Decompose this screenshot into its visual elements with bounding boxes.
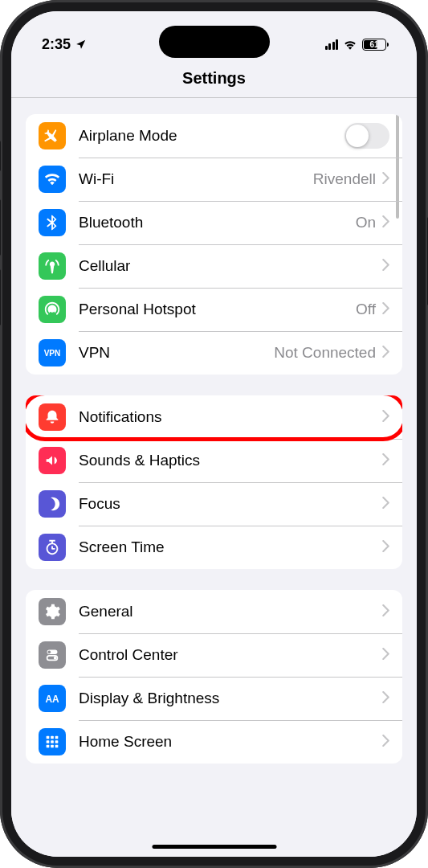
svg-rect-12 xyxy=(47,745,50,748)
screentime-icon xyxy=(39,534,66,561)
row-label: Display & Brightness xyxy=(79,690,382,707)
notifications-icon xyxy=(39,403,66,431)
row-label: Personal Hotspot xyxy=(79,301,356,318)
home-indicator[interactable] xyxy=(152,845,276,849)
cellular-signal-icon xyxy=(325,39,339,50)
row-label: VPN xyxy=(79,344,274,362)
settings-row-screentime[interactable]: Screen Time xyxy=(26,526,402,569)
settings-section: NotificationsSounds & HapticsFocusScreen… xyxy=(26,395,402,569)
settings-row-display[interactable]: AADisplay & Brightness xyxy=(26,677,402,720)
page-title: Settings xyxy=(11,69,417,88)
airplane-icon xyxy=(39,122,66,149)
settings-section: Airplane ModeWi-FiRivendellBluetoothOnCe… xyxy=(26,114,402,375)
chevron-right-icon xyxy=(382,302,389,317)
header: Settings xyxy=(11,61,417,98)
row-label: Cellular xyxy=(79,257,382,275)
location-icon xyxy=(75,39,87,50)
general-icon xyxy=(39,598,66,625)
svg-rect-14 xyxy=(55,745,59,748)
row-value: Off xyxy=(356,301,376,318)
chevron-right-icon xyxy=(382,735,389,750)
svg-rect-6 xyxy=(47,736,50,739)
chevron-right-icon xyxy=(382,259,389,274)
svg-rect-13 xyxy=(51,745,54,748)
vpn-icon: VPN xyxy=(39,339,66,366)
toggle-switch[interactable] xyxy=(344,123,389,149)
settings-row-airplane[interactable]: Airplane Mode xyxy=(26,114,402,158)
dynamic-island xyxy=(159,26,270,58)
controlcenter-icon xyxy=(39,641,66,669)
row-value: On xyxy=(356,214,376,231)
chevron-right-icon xyxy=(382,215,389,231)
chevron-right-icon xyxy=(382,172,389,187)
svg-rect-11 xyxy=(55,740,59,743)
svg-text:VPN: VPN xyxy=(44,349,61,358)
settings-row-controlcenter[interactable]: Control Center xyxy=(26,633,402,677)
svg-point-3 xyxy=(48,651,51,654)
row-label: Focus xyxy=(79,495,382,513)
row-label: Bluetooth xyxy=(79,214,356,231)
svg-rect-9 xyxy=(47,740,50,743)
row-label: Notifications xyxy=(79,408,382,426)
settings-row-homescreen[interactable]: Home Screen xyxy=(26,720,402,764)
chevron-right-icon xyxy=(382,453,389,469)
settings-content[interactable]: Airplane ModeWi-FiRivendellBluetoothOnCe… xyxy=(11,98,417,857)
wifi-signal-icon xyxy=(343,39,357,50)
row-label: Wi-Fi xyxy=(79,170,313,188)
chevron-right-icon xyxy=(382,691,389,706)
settings-row-bluetooth[interactable]: BluetoothOn xyxy=(26,201,402,244)
svg-rect-8 xyxy=(55,736,59,739)
battery-icon: 61 xyxy=(362,39,386,51)
wifi-icon xyxy=(39,166,66,193)
cellular-icon xyxy=(39,252,66,280)
row-label: Home Screen xyxy=(79,733,382,751)
settings-row-wifi[interactable]: Wi-FiRivendell xyxy=(26,158,402,201)
phone-screen: 2:35 61 Settings Airplane ModeWi-FiRiven… xyxy=(11,11,417,857)
row-label: Airplane Mode xyxy=(79,127,344,145)
chevron-right-icon xyxy=(382,346,389,361)
settings-row-vpn[interactable]: VPNVPNNot Connected xyxy=(26,331,402,375)
bluetooth-icon xyxy=(39,209,66,236)
display-icon: AA xyxy=(39,685,66,712)
hotspot-icon xyxy=(39,296,66,323)
svg-rect-7 xyxy=(51,736,54,739)
chevron-right-icon xyxy=(382,604,389,620)
settings-row-hotspot[interactable]: Personal HotspotOff xyxy=(26,288,402,331)
settings-row-cellular[interactable]: Cellular xyxy=(26,244,402,288)
row-value: Not Connected xyxy=(274,344,376,362)
homescreen-icon xyxy=(39,728,66,755)
settings-row-general[interactable]: General xyxy=(26,590,402,633)
chevron-right-icon xyxy=(382,648,389,663)
svg-text:AA: AA xyxy=(45,694,59,705)
status-time: 2:35 xyxy=(42,36,71,53)
row-value: Rivendell xyxy=(313,170,376,188)
chevron-right-icon xyxy=(382,410,389,425)
svg-point-4 xyxy=(54,657,57,660)
svg-rect-10 xyxy=(51,740,54,743)
settings-row-notifications[interactable]: Notifications xyxy=(26,395,402,439)
chevron-right-icon xyxy=(382,540,389,555)
settings-row-focus[interactable]: Focus xyxy=(26,482,402,526)
settings-row-sounds[interactable]: Sounds & Haptics xyxy=(26,439,402,482)
focus-icon xyxy=(39,490,66,518)
row-label: General xyxy=(79,603,382,620)
chevron-right-icon xyxy=(382,497,389,512)
battery-level: 61 xyxy=(369,40,378,49)
phone-frame: 2:35 61 Settings Airplane ModeWi-FiRiven… xyxy=(0,0,428,868)
row-label: Screen Time xyxy=(79,538,382,556)
sounds-icon xyxy=(39,447,66,474)
settings-section: GeneralControl CenterAADisplay & Brightn… xyxy=(26,590,402,764)
row-label: Control Center xyxy=(79,646,382,664)
row-label: Sounds & Haptics xyxy=(79,452,382,469)
